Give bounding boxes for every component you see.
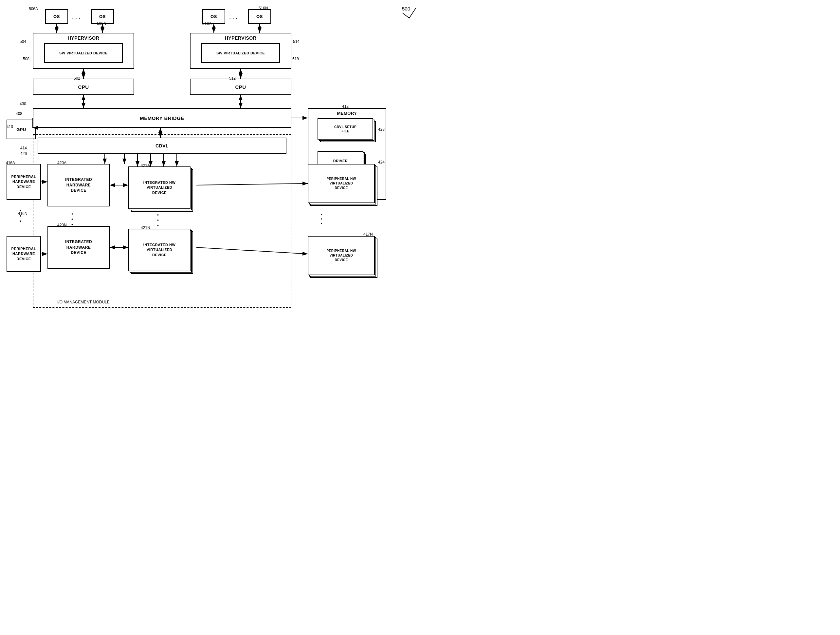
os-b2: OS (248, 9, 271, 24)
cpu-left: CPU (33, 79, 134, 95)
integ-hw-n: INTEGRATEDHARDWAREDEVICE (47, 226, 110, 269)
gpu: GPU (6, 120, 36, 139)
cdvl-setup-stack: CDVL SETUPFILE (317, 118, 376, 144)
ref-430: 430 (20, 101, 26, 106)
hypervisor-left: HYPERVISOR SW VIRTUALIZED DEVICE (33, 33, 134, 69)
ref-506a: 506A (29, 6, 38, 11)
ref-506n: 506N (97, 21, 106, 26)
dots-421: ••• (157, 212, 159, 228)
io-management-label: I/O MANAGEMENT MODULE (57, 300, 110, 304)
dots-417: ••• (321, 212, 322, 226)
ref-410: 410 (6, 125, 13, 129)
periph-hw-a: PERIPHERALHARDWAREDEVICE (6, 164, 41, 200)
patent-diagram: 500 OS 506A OS 506N . . . OS 516A OS 516… (0, 0, 420, 318)
ref-516n: 516N (259, 6, 268, 11)
dots-420: ••• (71, 211, 73, 227)
cdvl: CDVL (38, 138, 286, 154)
dots-416: ••• (20, 208, 21, 224)
dots-os-left: . . . (72, 14, 80, 21)
memory-bridge: MEMORY BRIDGE (33, 108, 291, 128)
hypervisor-right-label: HYPERVISOR (225, 35, 257, 41)
sw-virt-right: SW VIRTUALIZED DEVICE (201, 43, 280, 63)
ref-504: 504 (20, 39, 26, 44)
memory-label: MEMORY (337, 111, 357, 116)
ref-414: 414 (20, 146, 27, 150)
periph-hw-n: PERIPHERALHARDWAREDEVICE (6, 236, 41, 272)
ref-408: 408 (16, 111, 22, 116)
ref-416a: 416A (6, 160, 15, 165)
sw-virt-left: SW VIRTUALIZED DEVICE (44, 43, 123, 63)
os-a1: OS (45, 9, 68, 24)
ref-424: 424 (378, 160, 385, 165)
ref-508: 508 (23, 57, 30, 61)
ref-518: 518 (292, 57, 299, 61)
integ-hw-a: INTEGRATEDHARDWAREDEVICE (47, 164, 110, 206)
ref-420n: 420N (57, 223, 67, 227)
ref-426: 426 (20, 151, 27, 156)
ref-420a: 420A (57, 160, 66, 165)
hypervisor-right: HYPERVISOR SW VIRTUALIZED DEVICE (190, 33, 291, 69)
ref-514: 514 (293, 39, 300, 44)
ref-412: 412 (342, 104, 349, 109)
dots-os-right: . . . (229, 14, 237, 21)
ref-516a: 516A (202, 21, 212, 26)
hypervisor-left-label: HYPERVISOR (68, 35, 99, 41)
ref-500: 500 (402, 6, 410, 11)
ref-512: 512 (229, 76, 236, 81)
ref-502: 502 (74, 76, 80, 81)
ref-428: 428 (378, 127, 385, 132)
cpu-right: CPU (190, 79, 291, 95)
